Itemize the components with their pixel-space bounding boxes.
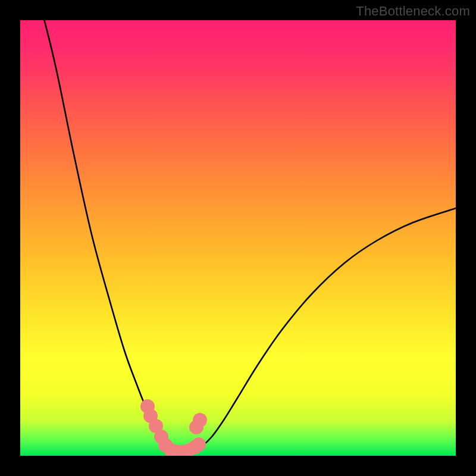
marker-dot	[149, 419, 163, 433]
marker-dot	[180, 444, 195, 456]
marker-dot	[174, 445, 189, 456]
marker-dot	[154, 430, 168, 444]
chart-frame: TheBottleneck.com	[0, 0, 476, 476]
gradient-plot-area	[20, 20, 456, 456]
marker-dot	[192, 437, 206, 452]
marker-dot	[169, 444, 183, 456]
marker-dot	[143, 409, 158, 423]
bottleneck-curve	[43, 20, 456, 452]
curve-layer	[20, 20, 456, 456]
marker-dot	[164, 443, 178, 456]
marker-dot	[187, 440, 202, 455]
marker-group	[140, 399, 207, 456]
marker-dot	[158, 438, 173, 452]
marker-dot	[193, 413, 207, 427]
marker-dot	[189, 420, 203, 434]
marker-dot	[140, 399, 155, 414]
watermark-text: TheBottleneck.com	[356, 4, 470, 19]
